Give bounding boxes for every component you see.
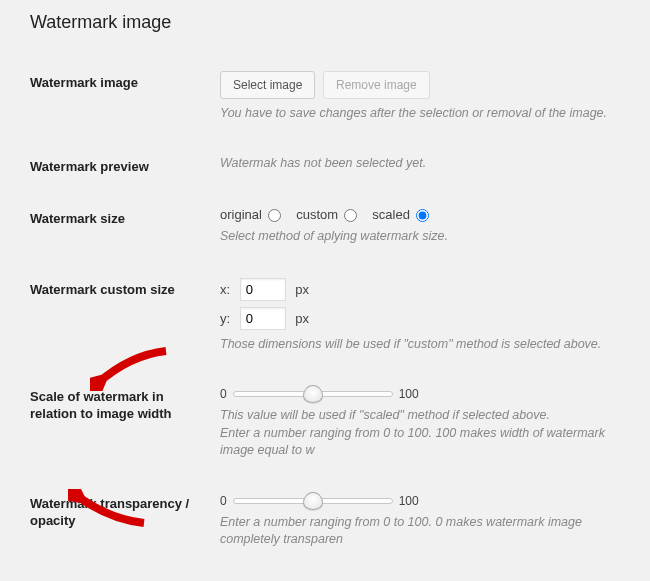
transparency-desc: Enter a number ranging from 0 to 100. 0 … <box>220 514 634 549</box>
preview-desc: Watermak has not been selected yet. <box>220 155 634 173</box>
transparency-slider[interactable]: 0 100 <box>220 494 634 508</box>
scale-slider-min: 0 <box>220 387 227 401</box>
scale-slider-handle[interactable] <box>303 385 323 403</box>
size-radio-group: original custom scaled <box>220 207 634 222</box>
row-label-custom-size: Watermark custom size <box>30 264 220 372</box>
size-option-original-label: original <box>220 207 262 222</box>
size-option-custom[interactable]: custom <box>296 207 360 222</box>
size-option-original[interactable]: original <box>220 207 284 222</box>
size-radio-custom[interactable] <box>344 209 357 222</box>
row-label-transparency: Watermark transparency / opacity <box>30 478 220 567</box>
select-image-button[interactable]: Select image <box>220 71 315 99</box>
custom-size-y-label: y: <box>220 311 236 326</box>
size-radio-scaled[interactable] <box>416 209 429 222</box>
section-title: Watermark image <box>30 12 634 33</box>
watermark-image-desc: You have to save changes after the selec… <box>220 105 634 123</box>
custom-size-x-unit: px <box>295 282 309 297</box>
custom-size-x-row: x: px <box>220 278 634 301</box>
row-label-preview: Watermark preview <box>30 141 220 194</box>
row-label-scale: Scale of watermark in relation to image … <box>30 371 220 478</box>
size-option-scaled[interactable]: scaled <box>372 207 428 222</box>
size-option-custom-label: custom <box>296 207 338 222</box>
custom-size-x-input[interactable] <box>240 278 286 301</box>
transparency-slider-handle[interactable] <box>303 492 323 510</box>
row-label-quality: Image quality <box>30 567 220 581</box>
scale-desc2: Enter a number ranging from 0 to 100. 10… <box>220 425 634 460</box>
transparency-slider-min: 0 <box>220 494 227 508</box>
custom-size-y-input[interactable] <box>240 307 286 330</box>
settings-table: Watermark image Select image Remove imag… <box>30 57 634 581</box>
scale-slider-track[interactable] <box>233 391 393 397</box>
row-label-watermark-image: Watermark image <box>30 57 220 141</box>
size-radio-original[interactable] <box>268 209 281 222</box>
transparency-slider-max: 100 <box>399 494 419 508</box>
size-option-scaled-label: scaled <box>372 207 410 222</box>
custom-size-y-unit: px <box>295 311 309 326</box>
transparency-slider-track[interactable] <box>233 498 393 504</box>
custom-size-x-label: x: <box>220 282 236 297</box>
remove-image-button[interactable]: Remove image <box>323 71 430 99</box>
scale-slider-max: 100 <box>399 387 419 401</box>
scale-slider[interactable]: 0 100 <box>220 387 634 401</box>
custom-size-y-row: y: px <box>220 307 634 330</box>
scale-desc1: This value will be used if "scaled" meth… <box>220 407 634 425</box>
size-desc: Select method of aplying watermark size. <box>220 228 634 246</box>
row-label-size: Watermark size <box>30 193 220 264</box>
custom-size-desc: Those dimensions will be used if "custom… <box>220 336 634 354</box>
